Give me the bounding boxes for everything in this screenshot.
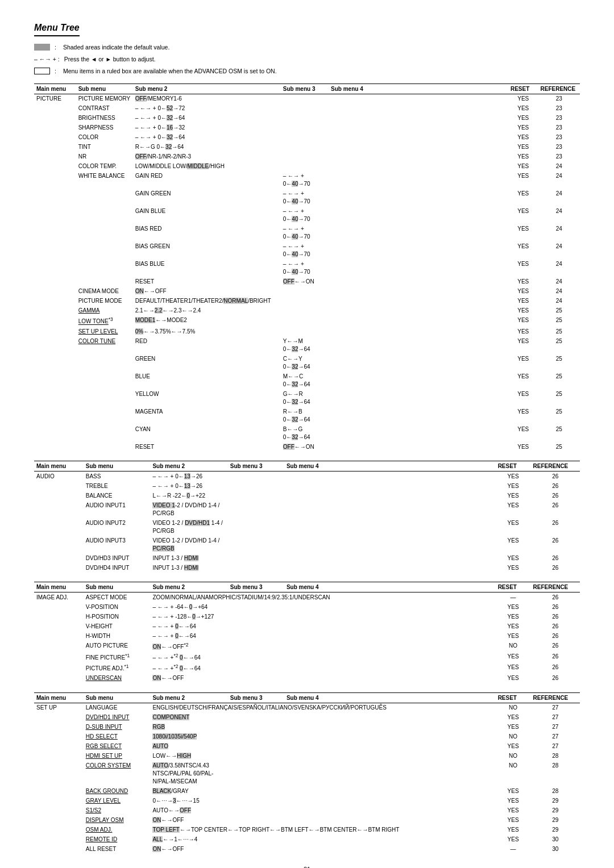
sub2: VIDEO 1-2 / DVD/HD 1-4 / PC/RGB	[150, 536, 227, 553]
legend-arrow-row: – ←→ + : Press the ◄ or ► button to adju…	[34, 54, 580, 65]
table-row: H-POSITION – ←→ + -128←0→+127 YES 26	[34, 612, 580, 621]
sub1-rgb-select: RGB SELECT	[84, 742, 151, 752]
sub1-remote-id: REMOTE ID	[84, 835, 151, 845]
table-row: BIAS RED – ←→ + 0←40→70 YES 24	[34, 224, 580, 242]
sub2: – ←→ +*2 0←→64	[150, 652, 227, 662]
table-row: PICTURE MODE DEFAULT/THEATER1/THEATER2/N…	[34, 297, 580, 306]
menu-table-2: Main menu Sub menu Sub menu 2 Sub menu 3…	[34, 461, 580, 573]
sub3: OFF←→ON	[281, 442, 329, 452]
header-ref: REFERENCE	[538, 84, 580, 94]
sub2: AUTO/3.58NTSC/4.43 NTSC/PAL/PAL 60/PAL-N…	[150, 761, 227, 787]
sub1-picture-memory: PICTURE MEMORY	[76, 94, 133, 104]
sub1-setup-level: SET UP LEVEL	[76, 327, 133, 336]
sub2: BIAS GREEN	[133, 242, 281, 260]
sub2: GAIN BLUE	[133, 207, 281, 224]
header-reset: RESET	[508, 84, 538, 94]
sub1-dvd-hd1: DVD/HD1 INPUT	[84, 713, 151, 723]
sub3: – ←→ + 0←40→70	[281, 224, 329, 242]
table-row: DVD/HD4 INPUT INPUT 1-3 / HDMI YES 26	[34, 563, 580, 573]
menu-table-4: Main menu Sub menu Sub menu 2 Sub menu 3…	[34, 692, 580, 854]
sub2: 1080i/1035i/540P	[150, 732, 227, 742]
header-sub1: Sub menu	[76, 84, 133, 94]
sub1: V-HEIGHT	[84, 621, 151, 631]
sub1-lowtone: LOW TONE*3	[76, 316, 133, 327]
sub2: GREEN	[133, 354, 281, 372]
table-row: BALANCE L←→R -22←0→+22 YES 26	[34, 491, 580, 500]
sub2: ON←→OFF	[150, 674, 227, 683]
sub2: GAIN GREEN	[133, 189, 281, 207]
sub1: LANGUAGE	[84, 703, 151, 713]
legend-shade-row: : Shaded areas indicate the default valu…	[34, 42, 580, 53]
sub1-dsub: D-SUB INPUT	[84, 723, 151, 732]
sub4	[329, 104, 508, 114]
sub1-color-system: COLOR SYSTEM	[84, 761, 151, 787]
sub2: ZOOM/NORMAL/ANAMORPHIC/STADIUM/14:9/2.35…	[150, 592, 495, 603]
table-row: CYAN B←→G 0←32→64 YES 25	[34, 424, 580, 442]
table-row: COLOR TUNE RED Y←→M 0←32→64 YES 25	[34, 336, 580, 354]
sub1: TREBLE	[84, 481, 151, 491]
sub3: G←→R 0←32→64	[281, 389, 329, 407]
sub3: B←→G 0←32→64	[281, 424, 329, 442]
table-row: BRIGHTNESS – ←→ + 0←32→64 YES 23	[34, 114, 580, 123]
header-sub3: Sub menu 3	[281, 84, 329, 94]
sub1: COLOR TEMP.	[76, 162, 133, 172]
sub1: BRIGHTNESS	[76, 114, 133, 123]
table-row: DVD/HD1 INPUT COMPONENT YES 27	[34, 713, 580, 723]
table-row: OSM ADJ. TOP LEFT←→TOP CENTER←→TOP RIGHT…	[34, 825, 580, 835]
sub1: AUDIO INPUT3	[84, 536, 151, 553]
sub2: TOP LEFT←→TOP CENTER←→TOP RIGHT←→BTM LEF…	[150, 825, 495, 835]
sub2: DEFAULT/THEATER1/THEATER2/NORMAL/BRIGHT	[133, 297, 281, 306]
table-row: RESET OFF←→ON YES 25	[34, 442, 580, 452]
sub3: OFF←→ON	[281, 277, 329, 287]
header-main: Main menu	[34, 84, 76, 94]
sub2: – ←→ + 0←32→64	[133, 133, 281, 143]
sub1: H-WIDTH	[84, 631, 151, 641]
sub1: AUTO PICTURE	[84, 641, 151, 652]
sub2: RGB	[150, 723, 227, 732]
sub2: BIAS RED	[133, 224, 281, 242]
sub1-hdmi-setup: HDMI SET UP	[84, 752, 151, 761]
menu-table-1: Main menu Sub menu Sub menu 2 Sub menu 3…	[34, 84, 580, 452]
table-row: REMOTE ID ALL←→1←⋯→4 YES 30	[34, 835, 580, 845]
sub1: V-POSITION	[84, 602, 151, 612]
table-row: MAGENTA R←→B 0←32→64 YES 25	[34, 407, 580, 424]
sub3: – ←→ + 0←40→70	[281, 207, 329, 224]
table-row: V-POSITION – ←→ + -64←0→+64 YES 26	[34, 602, 580, 612]
sub1: TINT	[76, 143, 133, 152]
sub2: – ←→ + 0←→64	[150, 631, 227, 641]
table-row: GRAY LEVEL 0←⋯→3←⋯→15 YES 29	[34, 796, 580, 806]
sub3: – ←→ + 0←40→70	[281, 242, 329, 260]
table-row: BLUE M←→C 0←32→64 YES 25	[34, 372, 580, 389]
sub1: CONTRAST	[76, 104, 133, 114]
table-row: LOW TONE*3 MODE1←→MODE2 YES 25	[34, 316, 580, 327]
sub1: AUDIO INPUT1	[84, 500, 151, 518]
table-row: CONTRAST – ←→ + 0←52→72 YES 23	[34, 104, 580, 114]
main-menu-image: IMAGE ADJ.	[34, 592, 84, 683]
sub1: DVD/HD3 INPUT	[84, 553, 151, 563]
sub2: RESET	[133, 442, 281, 452]
ruled-icon	[34, 68, 50, 74]
sub2: 0←⋯→3←⋯→15	[150, 796, 227, 806]
table-row: HD SELECT 1080i/1035i/540P NO 27	[34, 732, 580, 742]
table-row: GAIN BLUE – ←→ + 0←40→70 YES 24	[34, 207, 580, 224]
sub4	[329, 94, 508, 104]
ref: 23	[538, 94, 580, 104]
sub2: – ←→ +*2 0←→64	[150, 663, 227, 674]
table-row: AUTO PICTURE ON←→OFF*2 NO 26	[34, 641, 580, 652]
sub2: R←→G 0←32→64	[133, 143, 281, 152]
sub2: MODE1←→MODE2	[133, 316, 281, 327]
table-row: HDMI SET UP LOW←→HIGH NO 28	[34, 752, 580, 761]
header-sub4: Sub menu 4	[329, 84, 508, 94]
arrow-label: Press the ◄ or ► button to adjust.	[64, 54, 156, 65]
sub1: BASS	[84, 471, 151, 482]
sub2: BLUE	[133, 372, 281, 389]
sub1: CINEMA MODE	[76, 287, 133, 297]
table-row: V-HEIGHT – ←→ + 0←→64 YES 26	[34, 621, 580, 631]
sub2: L←→R -22←0→+22	[150, 491, 227, 500]
sub3: M←→C 0←32→64	[281, 372, 329, 389]
table-row: NR OFF/NR-1/NR-2/NR-3 YES 23	[34, 152, 580, 162]
sub1: FINE PICTURE*1	[84, 652, 151, 662]
table-row: H-WIDTH – ←→ + 0←→64 YES 26	[34, 631, 580, 641]
table-row: COLOR SYSTEM AUTO/3.58NTSC/4.43 NTSC/PAL…	[34, 761, 580, 787]
table-row: RESET OFF←→ON YES 24	[34, 277, 580, 287]
